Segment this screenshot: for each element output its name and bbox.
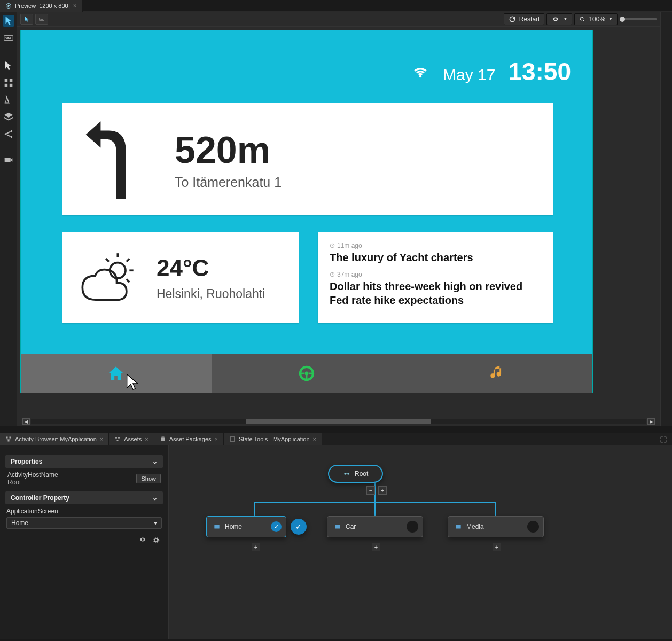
zoom-slider[interactable] (620, 18, 657, 20)
tool-share[interactable] (3, 128, 14, 140)
controller-property-header[interactable]: Controller Property ⌄ (5, 491, 163, 504)
tool-grid[interactable] (3, 77, 14, 89)
tool-text[interactable]: A (3, 94, 14, 106)
activity-graph[interactable]: Root − + Home ✓ ✓ + Car + Media + (169, 445, 672, 639)
svg-rect-46 (456, 525, 460, 529)
nav-home[interactable] (21, 354, 212, 393)
close-icon[interactable]: × (145, 436, 148, 442)
close-tab-icon[interactable]: × (73, 2, 77, 10)
graph-node-home[interactable]: Home ✓ (206, 516, 286, 537)
weather-card[interactable]: 24°C Helsinki, Ruoholahti (62, 232, 299, 323)
gear-icon[interactable] (152, 536, 160, 545)
svg-rect-9 (4, 84, 7, 87)
svg-point-43 (347, 473, 349, 475)
svg-rect-31 (309, 373, 314, 374)
svg-line-24 (106, 259, 109, 262)
news-age-1: 37m ago (337, 271, 362, 278)
maximize-panel-icon[interactable] (658, 434, 669, 445)
canvas-toolbar: Restart ▼ 100% ▼ (17, 12, 660, 27)
toolbar-interact-mode[interactable] (20, 14, 33, 25)
close-icon[interactable]: × (100, 436, 103, 442)
plus-icon[interactable]: + (493, 543, 501, 551)
svg-rect-17 (41, 19, 43, 20)
nav-car[interactable] (212, 354, 402, 393)
tab-packages-label: Asset Packages (169, 436, 212, 442)
visibility-button[interactable]: ▼ (546, 13, 572, 25)
tab-activity-browser[interactable]: Activity Browser: MyApplication× (0, 433, 109, 445)
svg-rect-3 (5, 37, 6, 38)
svg-rect-45 (335, 525, 340, 529)
clock-icon (330, 272, 335, 277)
plus-icon[interactable]: + (252, 543, 260, 551)
chevron-down-icon: ▾ (154, 519, 157, 527)
prop-hostname-value: Root (7, 479, 58, 486)
tab-state-tools[interactable]: State Tools - MyApplication× (224, 433, 322, 445)
show-button[interactable]: Show (136, 474, 161, 483)
tab-state-label: State Tools - MyApplication (239, 436, 309, 442)
zoom-control[interactable]: 100% ▼ (574, 13, 618, 25)
wifi-icon (411, 65, 430, 80)
tab-asset-packages[interactable]: Asset Packages× (154, 433, 224, 445)
tab-assets[interactable]: Assets× (109, 433, 154, 445)
navigation-card[interactable]: 520m To Itämerenkatu 1 (62, 103, 553, 215)
tab-preview[interactable]: Preview [1200 x 800] × (0, 0, 83, 12)
properties-header[interactable]: Properties ⌄ (5, 455, 163, 468)
graph-node-root[interactable]: Root (328, 465, 383, 483)
zoom-value: 100% (589, 15, 605, 23)
prop-hostname-label: ActivityHostName (7, 471, 58, 479)
svg-point-37 (118, 437, 120, 439)
svg-rect-16 (40, 18, 44, 20)
svg-rect-39 (161, 438, 165, 442)
right-rail (660, 12, 672, 426)
toolbar-keyboard-mode[interactable] (35, 14, 48, 25)
svg-rect-30 (300, 373, 304, 374)
collapse-node-button[interactable]: − (366, 486, 375, 495)
svg-marker-1 (8, 5, 10, 7)
plus-icon[interactable]: + (372, 543, 380, 551)
device-nav-bar (21, 354, 592, 393)
plus-icon[interactable]: + (378, 486, 387, 495)
restart-label: Restart (519, 15, 540, 23)
nav-media[interactable] (402, 354, 592, 393)
tool-camera[interactable] (3, 154, 14, 166)
app-screen-value: Home (11, 519, 28, 527)
prop-appscreen-label: ApplicationScreen (6, 507, 162, 515)
tool-interact[interactable] (3, 15, 14, 27)
tool-layers[interactable] (3, 111, 14, 123)
graph-node-media[interactable]: Media (448, 516, 544, 537)
tool-pointer[interactable] (3, 60, 14, 72)
node-root-label: Root (355, 470, 368, 478)
graph-node-car[interactable]: Car (327, 516, 423, 537)
steering-wheel-icon (298, 364, 316, 382)
visibility-icon[interactable] (138, 536, 147, 545)
app-screen-select[interactable]: Home ▾ (6, 517, 162, 529)
news-card[interactable]: 11m ago The luxury of Yacht charters 37m… (318, 232, 553, 323)
device-preview: May 17 13:50 520m To Itämerenkatu 1 (20, 30, 593, 393)
svg-point-19 (110, 263, 126, 278)
restart-button[interactable]: Restart (504, 13, 545, 25)
left-tool-rail: A (0, 12, 17, 426)
weather-location: Helsinki, Ruoholahti (157, 287, 265, 301)
svg-rect-44 (214, 525, 219, 529)
close-icon[interactable]: × (313, 436, 316, 442)
turn-left-icon (84, 119, 143, 199)
svg-point-38 (117, 440, 119, 441)
node-home-label: Home (225, 523, 242, 530)
status-date: May 17 (443, 66, 495, 84)
horizontal-scrollbar[interactable]: ◀▶ (20, 417, 657, 426)
home-icon (107, 364, 125, 382)
svg-rect-15 (4, 158, 10, 162)
svg-point-29 (304, 371, 308, 375)
svg-line-23 (127, 279, 130, 283)
mouse-cursor-icon (124, 373, 142, 391)
nav-destination: To Itämerenkatu 1 (175, 175, 282, 190)
tool-keyboard[interactable] (3, 32, 14, 44)
node-media-label: Media (466, 523, 484, 530)
node-status-dot (527, 521, 539, 533)
close-icon[interactable]: × (215, 436, 218, 442)
svg-point-14 (10, 136, 12, 138)
active-node-badge[interactable]: ✓ (291, 519, 307, 535)
news-headline-0: The luxury of Yacht charters (330, 251, 541, 264)
svg-rect-4 (7, 37, 9, 38)
properties-panel: Properties ⌄ ActivityHostName Root Show … (0, 445, 169, 639)
